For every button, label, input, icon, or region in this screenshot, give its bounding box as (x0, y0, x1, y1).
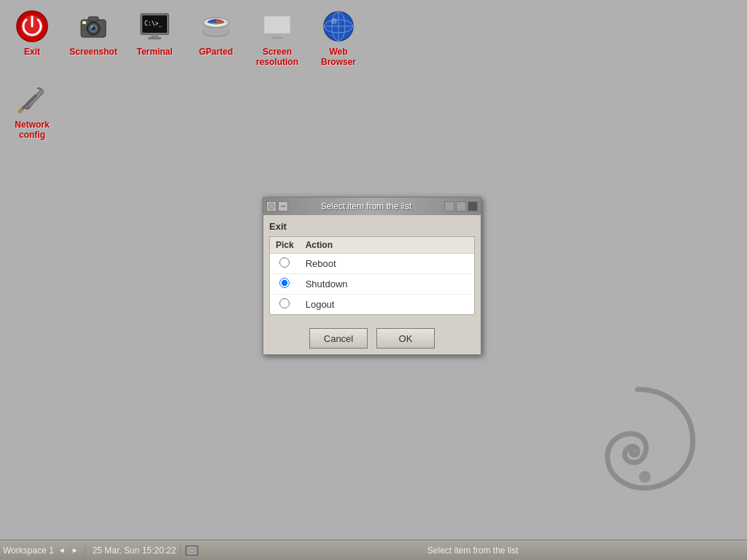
cancel-button[interactable]: Cancel (309, 328, 368, 349)
col-pick-header: Pick (270, 237, 300, 254)
logout-radio[interactable] (279, 298, 290, 308)
reboot-label-cell: Reboot (300, 254, 475, 274)
dialog-body: Exit Pick Action Reboot (263, 215, 481, 321)
taskbar-divider-1 (85, 545, 85, 556)
reboot-radio[interactable] (279, 257, 290, 268)
gparted-label: GParted (199, 47, 233, 57)
screenres-icon-item[interactable]: Screen resolution (248, 6, 306, 70)
taskbar-windows-button[interactable] (185, 545, 198, 556)
col-action-header: Action (300, 237, 475, 254)
svg-line-31 (20, 110, 21, 112)
workspace-prev-button[interactable]: ◄ (57, 546, 67, 554)
terminal-icon: C:\>_ (137, 9, 172, 44)
webbrowser-icon (321, 9, 356, 44)
shutdown-radio[interactable] (279, 278, 290, 288)
debian-swirl (572, 382, 703, 531)
shutdown-label-cell: Shutdown (300, 274, 475, 295)
taskbar-status-text: Select item from the list (201, 545, 744, 556)
webbrowser-label: Web Browser (312, 47, 365, 67)
screenshot-icon-item[interactable]: Screenshot (64, 6, 123, 60)
exit-icon (15, 9, 50, 44)
desktop-icon-row-2: Network config (0, 76, 747, 146)
svg-rect-36 (190, 549, 194, 552)
dialog-section-title: Exit (269, 221, 475, 232)
svg-text:C:\>_: C:\>_ (144, 20, 162, 27)
dialog-btn-sq-3[interactable] (468, 201, 478, 211)
svg-point-34 (639, 471, 651, 483)
table-row: Logout (270, 295, 475, 315)
svg-rect-21 (274, 34, 280, 37)
gparted-icon (198, 9, 233, 44)
dialog-minimize-button[interactable] (278, 201, 288, 211)
screenres-label: Screen resolution (251, 47, 303, 67)
exit-label: Exit (24, 47, 40, 57)
taskbar-divider-2 (180, 545, 181, 556)
dialog-wrapper: Select item from the list Exit Pick Acti… (263, 197, 481, 355)
dialog-btn-sq-1[interactable] (444, 201, 454, 211)
workspace-next-button[interactable]: ► (70, 546, 80, 554)
svg-rect-8 (82, 21, 86, 24)
reboot-radio-cell[interactable] (270, 254, 300, 274)
svg-point-9 (91, 26, 93, 28)
exit-dialog: Select item from the list Exit Pick Acti… (263, 197, 481, 355)
dialog-table: Pick Action Reboot (269, 236, 475, 315)
gparted-icon-item[interactable]: GParted (187, 6, 245, 60)
dialog-btn-sq-2[interactable] (456, 201, 466, 211)
svg-point-32 (268, 203, 274, 209)
workspace-text: Workspace 1 (3, 545, 54, 556)
desktop: Exit (0, 0, 747, 560)
workspace-label: Workspace 1 (3, 545, 54, 556)
netconfig-icon (15, 82, 50, 117)
svg-rect-14 (148, 37, 161, 39)
screenshot-label: Screenshot (69, 47, 117, 57)
logout-radio-cell[interactable] (270, 295, 300, 315)
desktop-icon-row-1: Exit (0, 0, 747, 76)
dialog-titlebar: Select item from the list (263, 198, 481, 215)
screenshot-icon (76, 9, 111, 44)
svg-rect-13 (151, 34, 158, 37)
dialog-close-button[interactable] (266, 201, 276, 211)
svg-rect-3 (88, 17, 98, 21)
logout-label-cell: Logout (300, 295, 475, 315)
terminal-label: Terminal (136, 47, 172, 57)
terminal-icon-item[interactable]: C:\>_ Terminal (125, 6, 184, 60)
netconfig-label: Network config (6, 120, 58, 140)
dialog-buttons: Cancel OK (263, 321, 481, 354)
dialog-title: Select item from the list (288, 201, 444, 211)
dialog-titlebar-controls-right (444, 201, 478, 211)
svg-rect-20 (265, 17, 290, 33)
screenres-icon (260, 9, 295, 44)
taskbar-datetime: 25 Mar, Sun 15:20:22 (93, 545, 177, 556)
svg-rect-22 (271, 37, 283, 39)
taskbar: Workspace 1 ◄ ► 25 Mar, Sun 15:20:22 Sel… (0, 540, 747, 560)
table-row: Reboot (270, 254, 475, 274)
exit-icon-item[interactable]: Exit (3, 6, 61, 60)
dialog-titlebar-controls-left (266, 201, 288, 211)
webbrowser-icon-item[interactable]: Web Browser (309, 6, 368, 70)
table-row: Shutdown (270, 274, 475, 295)
svg-rect-33 (281, 206, 285, 207)
netconfig-icon-item[interactable]: Network config (3, 79, 61, 143)
shutdown-radio-cell[interactable] (270, 274, 300, 295)
taskbar-status-label: Select item from the list (427, 545, 519, 556)
svg-point-28 (331, 18, 337, 24)
ok-button[interactable]: OK (376, 328, 435, 349)
